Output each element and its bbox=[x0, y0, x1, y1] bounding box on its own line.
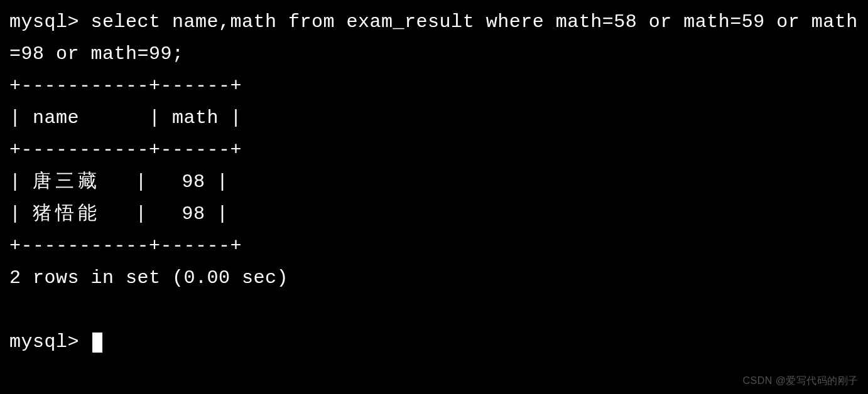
status-line: 2 rows in set (0.00 sec) bbox=[9, 262, 859, 294]
cell-name: 猪悟能 bbox=[33, 203, 100, 225]
cell-math: 98 bbox=[182, 171, 205, 193]
table-border-bottom: +-----------+------+ bbox=[9, 230, 859, 262]
mysql-prompt: mysql> bbox=[9, 331, 91, 353]
table-border-mid: +-----------+------+ bbox=[9, 134, 859, 166]
table-row: | 猪悟能 | 98 | bbox=[9, 198, 859, 230]
table-row: | 唐三藏 | 98 | bbox=[9, 166, 859, 198]
cell-name: 唐三藏 bbox=[33, 171, 100, 193]
mysql-prompt: mysql> bbox=[9, 11, 91, 33]
cursor-icon bbox=[92, 333, 102, 353]
cell-math: 98 bbox=[182, 203, 205, 225]
sql-query: select name,math from exam_result where … bbox=[9, 11, 858, 65]
empty-line bbox=[9, 294, 859, 326]
query-line: mysql> select name,math from exam_result… bbox=[9, 6, 859, 70]
table-header-row: | name | math | bbox=[9, 102, 859, 134]
watermark-text: CSDN @爱写代码的刚子 bbox=[742, 372, 859, 389]
table-border-top: +-----------+------+ bbox=[9, 70, 859, 102]
next-prompt-line[interactable]: mysql> bbox=[9, 326, 859, 358]
